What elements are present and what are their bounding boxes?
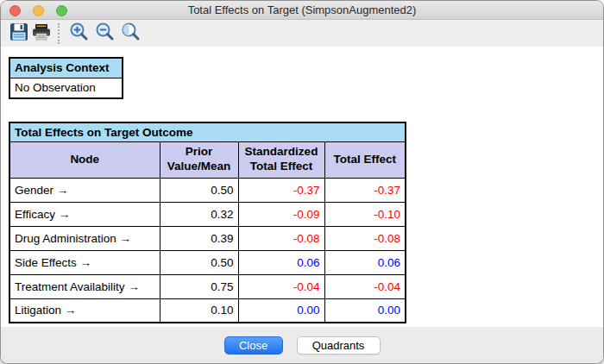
table-row: Side Effects → 0.50 0.06 0.06 (9, 250, 406, 274)
prior-cell: 0.32 (160, 202, 238, 226)
total-cell: -0.37 (324, 178, 406, 202)
node-cell: Efficacy → (9, 202, 160, 226)
quadrants-button[interactable]: Quadrants (297, 336, 381, 355)
zoom-out-icon (95, 22, 116, 45)
standardized-cell: 0.00 (238, 298, 324, 323)
total-cell: -0.04 (324, 274, 406, 298)
column-header-node: Node (9, 141, 160, 178)
effects-table-body: Gender → 0.50 -0.37 -0.37 Efficacy → 0.3… (9, 178, 406, 323)
dialog-window: Total Effects on Target (SimpsonAugmente… (0, 0, 604, 364)
effects-table: Total Effects on Target Outcome Node Pri… (9, 122, 406, 323)
prior-cell: 0.10 (160, 298, 238, 323)
column-header-standardized: Standardized Total Effect (238, 141, 324, 178)
node-cell: Gender → (9, 178, 160, 202)
close-button[interactable]: Close (224, 336, 283, 355)
column-header-total: Total Effect (324, 141, 406, 178)
print-icon (31, 22, 52, 44)
title-bar: Total Effects on Target (SimpsonAugmente… (1, 1, 603, 20)
save-button[interactable] (8, 22, 30, 45)
zoom-out-button[interactable] (94, 22, 116, 45)
table-row: Drug Administration → 0.39 -0.08 -0.08 (9, 226, 406, 250)
total-cell: -0.08 (324, 226, 406, 250)
column-header-prior: Prior Value/Mean (160, 141, 238, 178)
table-row: Litigation → 0.10 0.00 0.00 (9, 298, 406, 323)
toolbar-separator (58, 23, 60, 44)
table-row: Treatment Availability → 0.75 -0.04 -0.0… (9, 274, 406, 298)
analysis-context-value: No Observation (9, 78, 123, 98)
standardized-cell: -0.04 (238, 274, 324, 298)
zoom-reset-icon (121, 22, 142, 45)
zoom-in-icon (69, 22, 90, 45)
window-title: Total Effects on Target (SimpsonAugmente… (1, 1, 603, 20)
effects-table-title: Total Effects on Target Outcome (9, 122, 406, 141)
prior-cell: 0.75 (160, 274, 238, 298)
prior-cell: 0.39 (160, 226, 238, 250)
save-icon (9, 22, 28, 44)
node-cell: Litigation → (9, 298, 160, 323)
prior-cell: 0.50 (160, 250, 238, 274)
node-cell: Drug Administration → (9, 226, 160, 250)
table-row: Efficacy → 0.32 -0.09 -0.10 (9, 202, 406, 226)
total-cell: 0.06 (324, 250, 406, 274)
node-cell: Side Effects → (9, 250, 160, 274)
content-area: Analysis Context No Observation Total Ef… (1, 47, 603, 327)
standardized-cell: -0.08 (238, 226, 324, 250)
toolbar (1, 20, 603, 47)
analysis-context-header: Analysis Context (9, 58, 123, 78)
zoom-in-button[interactable] (68, 22, 91, 45)
node-cell: Treatment Availability → (9, 274, 160, 298)
footer-bar: Close Quadrants (1, 327, 603, 363)
analysis-context-table: Analysis Context No Observation (9, 57, 123, 99)
standardized-cell: 0.06 (238, 250, 324, 274)
standardized-cell: -0.37 (238, 178, 324, 202)
table-row: Gender → 0.50 -0.37 -0.37 (9, 178, 406, 202)
print-button[interactable] (30, 22, 53, 45)
prior-cell: 0.50 (160, 178, 238, 202)
zoom-reset-button[interactable] (120, 22, 142, 45)
total-cell: 0.00 (324, 298, 406, 323)
total-cell: -0.10 (324, 202, 406, 226)
standardized-cell: -0.09 (238, 202, 324, 226)
